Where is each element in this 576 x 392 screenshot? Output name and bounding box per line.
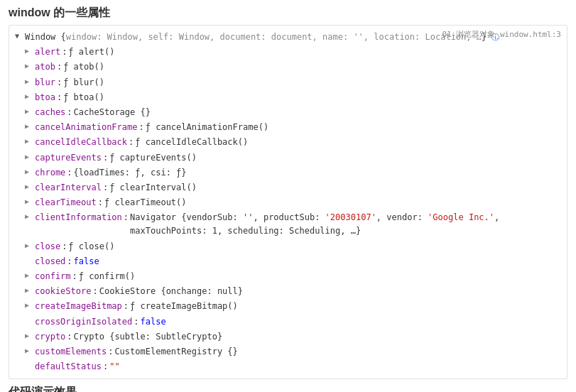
prop-chrome: ▶ chrome: {loadTimes: ƒ, csi: ƒ}: [25, 165, 561, 180]
top-section: window 的一些属性 01-浏览器对象_window.html:3 ▼ Wi…: [0, 0, 576, 382]
prop-defaultStatus: ▶ defaultStatus: "": [25, 359, 561, 374]
prop-captureEvents: ▶ captureEvents: ƒ captureEvents(): [25, 151, 561, 165]
arrow-captureEvents[interactable]: ▶: [25, 151, 32, 163]
prop-alert: ▶ alert: ƒ alert(): [25, 45, 561, 60]
arrow-createImageBitmap[interactable]: ▶: [25, 300, 32, 311]
arrow-confirm[interactable]: ▶: [25, 270, 32, 281]
window-props-list: ▶ alert: ƒ alert() ▶ atob: ƒ atob() ▶ bl…: [25, 45, 561, 374]
arrow-chrome[interactable]: ▶: [25, 166, 32, 178]
prop-clientInformation: ▶ clientInformation: Navigator {vendorSu…: [25, 210, 561, 239]
arrow-cancelIdleCallback[interactable]: ▶: [25, 136, 32, 147]
expand-arrow-window[interactable]: ▼: [15, 31, 22, 42]
arrow-btoa[interactable]: ▶: [25, 91, 32, 102]
arrow-blur[interactable]: ▶: [25, 76, 32, 87]
arrow-clearInterval[interactable]: ▶: [25, 181, 32, 192]
prop-cancelIdleCallback: ▶ cancelIdleCallback: ƒ cancelIdleCallba…: [25, 135, 561, 150]
prop-confirm: ▶ confirm: ƒ confirm(): [25, 269, 561, 284]
prop-crossOriginIsolated: ▶ crossOriginIsolated: false: [25, 315, 561, 330]
window-obj-text: Window {window: Window, self: Window, do…: [25, 31, 499, 44]
prop-cancelAnimationFrame: ▶ cancelAnimationFrame: ƒ cancelAnimatio…: [25, 120, 561, 135]
prop-close: ▶ close: ƒ close(): [25, 239, 561, 254]
prop-closed: ▶ closed: false: [25, 254, 561, 269]
prop-customElements: ▶ customElements: CustomElementRegistry …: [25, 344, 561, 359]
prop-cookieStore: ▶ cookieStore: CookieStore {onchange: nu…: [25, 284, 561, 299]
prop-atob: ▶ atob: ƒ atob(): [25, 60, 561, 75]
prop-clearTimeout: ▶ clearTimeout: ƒ clearTimeout(): [25, 195, 561, 210]
arrow-atob[interactable]: ▶: [25, 60, 32, 72]
arrow-customElements[interactable]: ▶: [25, 345, 32, 356]
prop-btoa: ▶ btoa: ƒ btoa(): [25, 90, 561, 105]
prop-clearInterval: ▶ clearInterval: ƒ clearInterval(): [25, 180, 561, 195]
window-properties-block: 01-浏览器对象_window.html:3 ▼ Window {window:…: [9, 25, 567, 379]
arrow-close[interactable]: ▶: [25, 240, 32, 251]
arrow-caches[interactable]: ▶: [25, 106, 32, 117]
prop-crypto: ▶ crypto: Crypto {subtle: SubtleCrypto}: [25, 330, 561, 344]
section-title-window: window 的一些属性: [9, 6, 567, 21]
section-title-demo: 代码演示效果: [9, 385, 567, 392]
prop-blur: ▶ blur: ƒ blur(): [25, 75, 561, 90]
arrow-crypto[interactable]: ▶: [25, 330, 32, 342]
prop-caches: ▶ caches: CacheStorage {}: [25, 105, 561, 120]
arrow-clearTimeout[interactable]: ▶: [25, 196, 32, 207]
arrow-cancelAnimationFrame[interactable]: ▶: [25, 121, 32, 132]
bottom-section: 代码演示效果 ℹ DevTools is now available in Ch…: [0, 382, 576, 392]
code-link[interactable]: 01-浏览器对象_window.html:3: [442, 28, 561, 41]
arrow-cookieStore[interactable]: ▶: [25, 285, 32, 296]
arrow-clientInformation[interactable]: ▶: [25, 211, 32, 222]
arrow-alert[interactable]: ▶: [25, 45, 32, 57]
prop-createImageBitmap: ▶ createImageBitmap: ƒ createImageBitmap…: [25, 299, 561, 314]
